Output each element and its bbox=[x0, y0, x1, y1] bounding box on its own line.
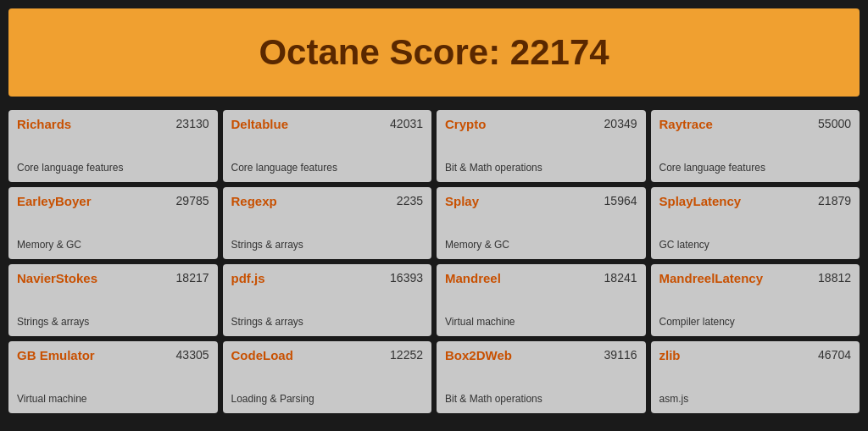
card-header: CodeLoad 12252 bbox=[231, 348, 424, 362]
benchmark-card: MandreelLatency 18812 Compiler latency bbox=[651, 264, 860, 336]
benchmark-card: SplayLatency 21879 GC latency bbox=[651, 187, 860, 259]
card-header: zlib 46704 bbox=[659, 348, 852, 362]
card-name: Splay bbox=[445, 194, 479, 208]
card-category: Bit & Math operations bbox=[445, 381, 637, 405]
card-category: Core language features bbox=[231, 150, 424, 174]
benchmark-card: NavierStokes 18217 Strings & arrays bbox=[8, 264, 218, 336]
card-header: Splay 15964 bbox=[445, 194, 637, 208]
card-header: Deltablue 42031 bbox=[231, 117, 424, 131]
card-score: 21879 bbox=[818, 194, 851, 207]
card-category: Virtual machine bbox=[445, 304, 637, 328]
card-score: 12252 bbox=[390, 348, 423, 362]
card-score: 39116 bbox=[604, 348, 637, 362]
card-score: 18241 bbox=[604, 271, 637, 285]
card-header: Richards 23130 bbox=[17, 117, 209, 131]
benchmark-card: GB Emulator 43305 Virtual machine bbox=[8, 341, 218, 413]
card-category: Core language features bbox=[17, 150, 209, 174]
benchmark-card: Richards 23130 Core language features bbox=[8, 110, 218, 182]
card-header: GB Emulator 43305 bbox=[17, 348, 209, 362]
card-header: Regexp 2235 bbox=[231, 194, 424, 208]
card-category: GC latency bbox=[659, 227, 852, 251]
benchmark-card: Crypto 20349 Bit & Math operations bbox=[437, 110, 646, 182]
benchmark-card: Splay 15964 Memory & GC bbox=[437, 187, 646, 259]
card-score: 18812 bbox=[818, 271, 851, 285]
card-header: MandreelLatency 18812 bbox=[659, 271, 852, 285]
card-score: 42031 bbox=[390, 117, 423, 130]
benchmark-grid: Richards 23130 Core language features De… bbox=[0, 105, 868, 422]
card-category: Bit & Math operations bbox=[445, 150, 637, 174]
card-name: CodeLoad bbox=[231, 348, 293, 362]
card-score: 16393 bbox=[390, 271, 423, 285]
benchmark-card: CodeLoad 12252 Loading & Parsing bbox=[223, 341, 432, 413]
card-category: Strings & arrays bbox=[17, 304, 209, 328]
benchmark-card: Deltablue 42031 Core language features bbox=[223, 110, 432, 182]
card-score: 23130 bbox=[176, 117, 209, 130]
card-name: zlib bbox=[659, 348, 681, 362]
card-name: MandreelLatency bbox=[659, 271, 764, 285]
card-header: SplayLatency 21879 bbox=[659, 194, 852, 208]
card-score: 15964 bbox=[604, 194, 637, 207]
card-score: 20349 bbox=[604, 117, 637, 130]
card-score: 2235 bbox=[397, 194, 423, 207]
card-header: Raytrace 55000 bbox=[659, 117, 852, 131]
card-category: Strings & arrays bbox=[231, 227, 424, 251]
card-name: Regexp bbox=[231, 194, 277, 208]
card-score: 43305 bbox=[176, 348, 209, 362]
card-name: GB Emulator bbox=[17, 348, 95, 362]
octane-score-title: Octane Score: 22174 bbox=[8, 32, 860, 73]
benchmark-card: Raytrace 55000 Core language features bbox=[651, 110, 860, 182]
benchmark-card: Mandreel 18241 Virtual machine bbox=[437, 264, 646, 336]
card-category: Loading & Parsing bbox=[231, 381, 424, 405]
card-header: pdf.js 16393 bbox=[231, 271, 424, 285]
benchmark-card: Box2DWeb 39116 Bit & Math operations bbox=[437, 341, 646, 413]
benchmark-card: Regexp 2235 Strings & arrays bbox=[223, 187, 432, 259]
card-name: Deltablue bbox=[231, 117, 289, 131]
card-name: Crypto bbox=[445, 117, 486, 131]
card-score: 18217 bbox=[176, 271, 209, 285]
card-category: Core language features bbox=[659, 150, 852, 174]
benchmark-card: zlib 46704 asm.js bbox=[651, 341, 860, 413]
card-name: Richards bbox=[17, 117, 71, 131]
card-header: EarleyBoyer 29785 bbox=[17, 194, 209, 208]
card-header: Crypto 20349 bbox=[445, 117, 637, 131]
benchmark-card: pdf.js 16393 Strings & arrays bbox=[223, 264, 432, 336]
card-category: Memory & GC bbox=[445, 227, 637, 251]
card-name: NavierStokes bbox=[17, 271, 97, 285]
card-name: Mandreel bbox=[445, 271, 501, 285]
card-score: 55000 bbox=[818, 117, 851, 130]
card-name: Raytrace bbox=[659, 117, 713, 131]
card-category: Compiler latency bbox=[659, 304, 852, 328]
card-header: Box2DWeb 39116 bbox=[445, 348, 637, 362]
card-header: Mandreel 18241 bbox=[445, 271, 637, 285]
card-category: asm.js bbox=[659, 381, 852, 405]
card-category: Virtual machine bbox=[17, 381, 209, 405]
card-name: Box2DWeb bbox=[445, 348, 512, 362]
benchmark-card: EarleyBoyer 29785 Memory & GC bbox=[8, 187, 218, 259]
card-name: SplayLatency bbox=[659, 194, 742, 208]
card-category: Memory & GC bbox=[17, 227, 209, 251]
card-name: EarleyBoyer bbox=[17, 194, 92, 208]
card-header: NavierStokes 18217 bbox=[17, 271, 209, 285]
header: Octane Score: 22174 bbox=[8, 8, 860, 97]
card-score: 29785 bbox=[176, 194, 209, 207]
card-category: Strings & arrays bbox=[231, 304, 424, 328]
card-name: pdf.js bbox=[231, 271, 265, 285]
card-score: 46704 bbox=[818, 348, 851, 362]
